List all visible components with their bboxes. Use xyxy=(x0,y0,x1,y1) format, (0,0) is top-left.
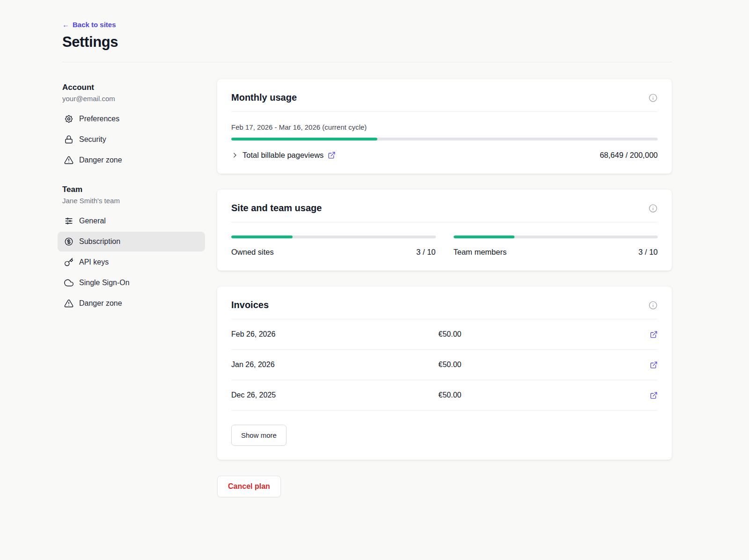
back-link-label: Back to sites xyxy=(73,21,116,29)
sidebar-section-team: Team Jane Smith's team General Subscript… xyxy=(62,185,205,313)
sidebar-item-label: Subscription xyxy=(79,237,120,246)
team-members-progress-fill xyxy=(454,236,515,238)
invoices-card: Invoices Feb 26, 2026 €50.00 Jan 26, 202… xyxy=(217,287,672,460)
info-icon[interactable] xyxy=(648,204,658,213)
team-members-row: Team members 3 / 10 xyxy=(454,248,658,257)
sidebar-item-general[interactable]: General xyxy=(58,211,205,231)
invoice-external-link-icon[interactable] xyxy=(650,391,658,399)
site-team-usage-card: Site and team usage Owned sites 3 / 10 xyxy=(217,190,672,271)
settings-page: ← Back to sites Settings Account your@em… xyxy=(62,0,672,497)
settings-sidebar: Account your@email.com Preferences Secur… xyxy=(62,79,205,313)
monthly-usage-header: Monthly usage xyxy=(231,92,658,112)
invoice-amount: €50.00 xyxy=(439,361,646,369)
info-icon[interactable] xyxy=(648,93,658,103)
meter-label: Owned sites xyxy=(231,248,274,257)
show-more-button[interactable]: Show more xyxy=(231,425,286,446)
sidebar-item-label: Single Sign-On xyxy=(79,279,130,287)
billable-pageviews-label: Total billable pageviews xyxy=(242,151,323,160)
usage-meters: Owned sites 3 / 10 Team members 3 / 10 xyxy=(231,236,658,257)
currency-circle-icon xyxy=(64,237,73,246)
sidebar-item-label: Security xyxy=(79,135,106,144)
sliders-icon xyxy=(64,216,73,226)
card-title: Invoices xyxy=(231,300,269,310)
sidebar-item-preferences[interactable]: Preferences xyxy=(58,109,205,129)
site-team-usage-header: Site and team usage xyxy=(231,203,658,222)
billable-pageviews-toggle[interactable]: Total billable pageviews xyxy=(231,151,336,160)
meter-value: 3 / 10 xyxy=(639,248,658,257)
meter-value: 3 / 10 xyxy=(416,248,435,257)
card-title: Monthly usage xyxy=(231,92,297,103)
owned-sites-row: Owned sites 3 / 10 xyxy=(231,248,436,257)
invoice-date: Feb 26, 2026 xyxy=(231,330,439,339)
invoice-date: Dec 26, 2025 xyxy=(231,391,439,399)
settings-main: Monthly usage Feb 17, 2026 - Mar 16, 202… xyxy=(217,79,672,497)
billing-cycle-label: Feb 17, 2026 - Mar 16, 2026 (current cyc… xyxy=(231,123,658,131)
invoice-amount: €50.00 xyxy=(439,391,646,399)
sidebar-item-label: API keys xyxy=(79,258,109,266)
sidebar-item-single-sign-on[interactable]: Single Sign-On xyxy=(58,273,205,293)
sidebar-item-danger-zone-team[interactable]: Danger zone xyxy=(58,294,205,313)
sidebar-item-security[interactable]: Security xyxy=(58,130,205,149)
settings-layout: Account your@email.com Preferences Secur… xyxy=(62,79,672,497)
account-nav: Preferences Security Danger zone xyxy=(62,109,205,170)
back-arrow-icon: ← xyxy=(62,21,69,29)
invoices-header: Invoices xyxy=(231,300,658,319)
warning-triangle-icon xyxy=(64,299,73,308)
pageviews-progress-track xyxy=(231,138,658,140)
pageviews-progress-fill xyxy=(231,138,377,140)
key-icon xyxy=(64,258,73,267)
team-name: Jane Smith's team xyxy=(62,197,205,205)
sidebar-heading-team: Team xyxy=(62,185,205,194)
invoice-row: Jan 26, 2026 €50.00 xyxy=(231,350,658,380)
sidebar-heading-account: Account xyxy=(62,83,205,92)
invoice-row: Feb 26, 2026 €50.00 xyxy=(231,319,658,350)
invoice-external-link-icon[interactable] xyxy=(650,361,658,369)
lock-icon xyxy=(64,135,73,144)
cancel-plan-button[interactable]: Cancel plan xyxy=(217,476,281,497)
warning-triangle-icon xyxy=(64,155,73,165)
invoice-date: Jan 26, 2026 xyxy=(231,361,439,369)
cloud-icon xyxy=(64,278,73,287)
monthly-usage-card: Monthly usage Feb 17, 2026 - Mar 16, 202… xyxy=(217,79,672,174)
sidebar-item-label: Danger zone xyxy=(79,156,122,164)
invoice-row: Dec 26, 2025 €50.00 xyxy=(231,380,658,411)
billable-pageviews-row: Total billable pageviews 68,649 / 200,00… xyxy=(231,151,658,160)
team-members-progress-track xyxy=(454,236,658,238)
card-title: Site and team usage xyxy=(231,203,322,214)
info-icon[interactable] xyxy=(648,301,658,310)
sidebar-item-subscription[interactable]: Subscription xyxy=(58,232,205,251)
sidebar-item-danger-zone-account[interactable]: Danger zone xyxy=(58,150,205,170)
sidebar-item-label: Danger zone xyxy=(79,299,122,308)
meter-label: Team members xyxy=(454,248,507,257)
invoice-amount: €50.00 xyxy=(439,330,646,339)
sidebar-section-account: Account your@email.com Preferences Secur… xyxy=(62,83,205,170)
chevron-right-icon xyxy=(231,152,238,159)
owned-sites-progress-track xyxy=(231,236,436,238)
account-email: your@email.com xyxy=(62,95,205,103)
team-nav: General Subscription API keys xyxy=(62,211,205,313)
invoice-external-link-icon[interactable] xyxy=(650,331,658,339)
sidebar-item-label: General xyxy=(79,217,106,225)
owned-sites-progress-fill xyxy=(231,236,293,238)
sidebar-item-label: Preferences xyxy=(79,115,119,123)
back-to-sites-link[interactable]: ← Back to sites xyxy=(62,21,116,29)
external-link-icon[interactable] xyxy=(328,151,336,159)
gear-icon xyxy=(64,114,73,124)
team-members-meter: Team members 3 / 10 xyxy=(454,236,658,257)
sidebar-item-api-keys[interactable]: API keys xyxy=(58,252,205,272)
owned-sites-meter: Owned sites 3 / 10 xyxy=(231,236,436,257)
header-divider xyxy=(62,62,672,62)
page-title: Settings xyxy=(62,34,672,51)
billable-pageviews-value: 68,649 / 200,000 xyxy=(600,151,658,160)
